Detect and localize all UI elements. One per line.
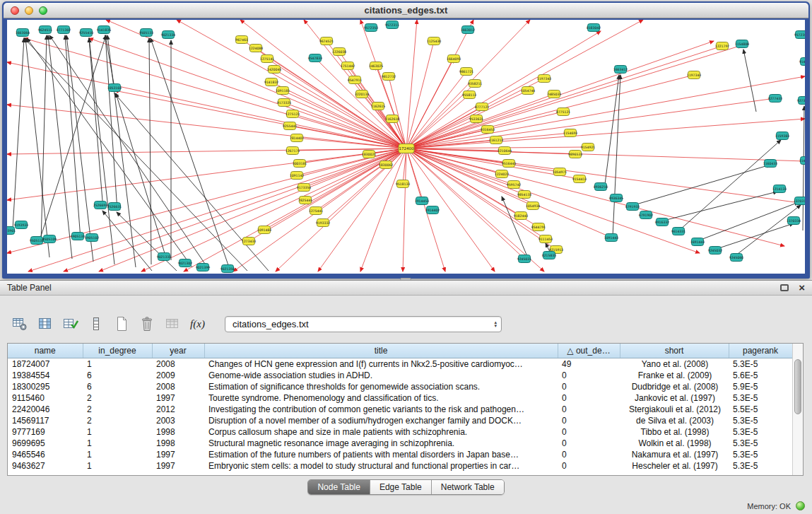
network-edge-red[interactable] <box>406 148 575 154</box>
network-node[interactable]: 1159383 <box>775 132 790 140</box>
delete-table-button[interactable] <box>137 315 156 333</box>
scrollbar-thumb[interactable] <box>794 359 801 414</box>
network-node[interactable]: 1664093 <box>447 55 461 63</box>
network-node[interactable]: 9111453 <box>539 235 553 243</box>
network-edge-black[interactable] <box>48 35 72 259</box>
network-node[interactable]: 9245032 <box>708 247 723 255</box>
network-node[interactable]: 9572302 <box>794 31 805 39</box>
network-node[interactable]: 1420045 <box>267 66 282 74</box>
network-node[interactable]: 7825441 <box>298 197 313 204</box>
network-node[interactable]: 9182443 <box>514 212 529 220</box>
network-edge-black[interactable] <box>664 192 777 221</box>
network-node[interactable]: 9173354 <box>297 184 312 192</box>
network-edge-black[interactable] <box>27 38 192 267</box>
network-node[interactable]: 1054971 <box>553 168 567 176</box>
network-node[interactable]: 967461 <box>235 36 248 44</box>
network-node[interactable]: 9141244 <box>799 58 805 66</box>
vertical-scrollbar[interactable] <box>792 344 803 475</box>
column-header-in-degree[interactable]: in_degree <box>83 344 152 358</box>
network-node[interactable]: 1267175 <box>286 147 300 155</box>
show-columns-button[interactable] <box>35 315 54 333</box>
column-operations-button[interactable] <box>86 315 105 333</box>
network-node[interactable]: 9173325 <box>277 99 292 107</box>
network-edge-black[interactable] <box>613 75 620 236</box>
network-edge-red[interactable] <box>7 105 406 148</box>
network-edge-black[interactable] <box>717 223 794 249</box>
network-node[interactable]: 8277433 <box>768 95 783 103</box>
network-node[interactable]: 1663412 <box>613 66 628 74</box>
network-node[interactable]: 1273433 <box>242 238 257 245</box>
network-edge-red[interactable] <box>406 148 784 246</box>
network-node[interactable]: 2526693 <box>93 201 108 209</box>
network-edge-black[interactable] <box>116 93 167 260</box>
network-node[interactable]: 1054744 <box>521 87 536 95</box>
network-edge-black[interactable] <box>105 35 114 88</box>
network-edge-black[interactable] <box>680 140 781 230</box>
network-node[interactable]: 1154693 <box>563 129 578 137</box>
network-node[interactable]: 9273411 <box>797 97 805 105</box>
network-node[interactable]: 1091181 <box>276 87 290 95</box>
network-node[interactable]: 1914402 <box>425 206 440 214</box>
network-edge-black[interactable] <box>13 38 24 229</box>
column-header-out-degree[interactable]: △ out_de… <box>558 344 620 358</box>
network-node[interactable]: 5905102 <box>85 234 100 242</box>
table-row[interactable]: 969969511998Structural magnetic resonanc… <box>8 438 792 449</box>
network-edge-red[interactable] <box>406 98 775 148</box>
network-node[interactable]: 1161213 <box>489 136 504 144</box>
network-node[interactable]: 9358211 <box>468 80 483 88</box>
network-edge-red[interactable] <box>293 148 406 151</box>
network-node[interactable]: 8547833 <box>308 54 323 62</box>
network-node[interactable]: 9021350 <box>220 265 235 273</box>
network-node[interactable]: 3003181 <box>293 160 307 168</box>
network-node[interactable]: 1370334 <box>787 217 801 225</box>
import-table-button[interactable] <box>163 315 182 333</box>
network-edge-black[interactable] <box>89 38 103 209</box>
network-node[interactable]: 2526631 <box>107 203 122 211</box>
network-edge-red[interactable] <box>315 58 406 148</box>
network-node[interactable]: 9193901 <box>7 227 16 235</box>
network-edge-red[interactable] <box>7 148 406 253</box>
network-node[interactable]: 9245031 <box>517 255 532 263</box>
network-node[interactable]: 6791933 <box>625 203 640 211</box>
network-edge-red[interactable] <box>406 20 417 148</box>
network-edge-red[interactable] <box>406 71 466 148</box>
network-node[interactable]: 9154921 <box>581 144 596 151</box>
network-node[interactable]: 9316453 <box>481 126 495 134</box>
table-row[interactable]: 977716911998Corpus callosum shape and si… <box>8 426 792 438</box>
network-edge-red[interactable] <box>406 20 643 148</box>
network-node[interactable]: 9614331 <box>671 228 686 235</box>
column-header-name[interactable]: name <box>8 344 83 358</box>
network-node[interactable]: 9141832 <box>264 78 279 86</box>
network-node[interactable]: 9245060 <box>729 254 744 262</box>
network-node[interactable]: 1160433 <box>763 160 778 168</box>
network-edge-red[interactable] <box>406 148 495 271</box>
network-node[interactable]: 1663064 <box>16 29 30 37</box>
network-edge-red[interactable] <box>305 148 406 200</box>
network-node[interactable]: 1226038 <box>332 48 347 56</box>
network-node[interactable]: 9516443 <box>502 160 517 168</box>
network-node[interactable]: 8936345 <box>609 194 624 202</box>
network-edge-red[interactable] <box>406 41 434 148</box>
network-node[interactable]: 8547911 <box>348 76 363 84</box>
network-edge-black[interactable] <box>803 106 804 230</box>
network-node[interactable]: 9505109 <box>42 235 57 243</box>
network-node[interactable]: 9255410 <box>79 29 94 37</box>
table-row[interactable]: 1830029562008Estimation of significance … <box>8 381 792 392</box>
network-node[interactable]: 9021333 <box>157 253 172 261</box>
network-node[interactable]: 1830021 <box>362 151 377 158</box>
network-node[interactable]: 8936210 <box>594 183 608 191</box>
network-node[interactable]: 8215833 <box>542 252 557 259</box>
network-node[interactable]: 1224088 <box>249 45 264 52</box>
network-node[interactable]: 8777121 <box>475 103 490 111</box>
network-edge-black[interactable] <box>634 165 770 205</box>
network-node[interactable]: 9533631 <box>469 115 484 123</box>
table-row[interactable]: 946554611997Estimation of the future num… <box>8 449 792 460</box>
network-node[interactable]: 1091142 <box>290 172 305 180</box>
network-edge-red[interactable] <box>141 148 406 271</box>
network-node[interactable]: 9595742 <box>507 181 522 189</box>
network-node[interactable]: 8544791 <box>531 223 546 231</box>
network-node[interactable]: 1197343 <box>537 75 552 83</box>
network-node[interactable]: 6791902 <box>639 211 654 219</box>
column-header-year[interactable]: year <box>152 344 204 358</box>
network-node[interactable]: 9854133 <box>517 191 532 199</box>
